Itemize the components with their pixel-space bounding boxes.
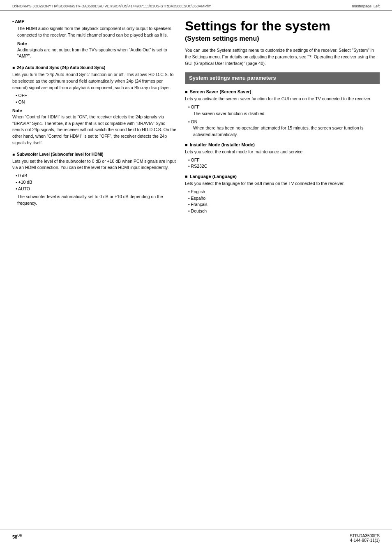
page: D:\NORM'S JOB\SONY HA\SO0046\STR-DA3500E… <box>0 0 392 555</box>
section1-heading: 24p Auto Sound Sync (24p Auto Sound Sync… <box>12 65 177 70</box>
language-heading: Language (Language) <box>185 174 380 179</box>
list-item: ON <box>188 119 380 125</box>
page-title: Settings for the system <box>185 19 380 33</box>
note1-heading: Note <box>17 41 177 46</box>
section-box: System settings menu parameters <box>185 72 380 84</box>
section2-text: Lets you set the level of the subwoofer … <box>12 158 177 171</box>
amp-text: The HDMI audio signals from the playback… <box>17 25 177 39</box>
on-note: When there has been no operation attempt… <box>193 125 380 138</box>
amp-section: The HDMI audio signals from the playback… <box>17 25 177 60</box>
installer-mode-heading: Installer Mode (Installer Mode) <box>185 142 380 147</box>
amp-bullet: • AMP <box>12 19 177 24</box>
content-area: • AMP The HDMI audio signals from the pl… <box>0 11 392 223</box>
header-bar: D:\NORM'S JOB\SONY HA\SO0046\STR-DA3500E… <box>0 0 392 11</box>
list-item: OFF <box>16 92 177 99</box>
section1-bullets: OFF ON <box>12 92 177 106</box>
file-path: D:\NORM'S JOB\SONY HA\SO0046\STR-DA3500E… <box>12 4 212 8</box>
list-item: ON <box>16 99 177 106</box>
section2-bullets: 0 dB +10 dB AUTO <box>12 173 177 192</box>
intro-text: You can use the System settings menu to … <box>185 47 380 67</box>
screen-saver-text: Lets you activate the screen saver funct… <box>185 96 380 102</box>
language-bullets: English Español Français Deutsch <box>185 189 380 215</box>
left-column: • AMP The HDMI audio signals from the pl… <box>12 19 177 215</box>
list-item: English <box>188 189 380 195</box>
screen-saver-bullets: OFF The screen saver function is disable… <box>185 104 380 138</box>
section1-text: Lets you turn the "24p Auto Sound Sync" … <box>12 72 177 91</box>
list-item: RS232C <box>188 163 380 170</box>
note2-text: When "Control for HDMI" is set to "ON", … <box>12 114 177 146</box>
screen-saver-heading: Screen Saver (Screen Saver) <box>185 89 380 94</box>
list-item: AUTO <box>16 186 177 192</box>
installer-mode-text: Lets you select the control mode for mai… <box>185 149 380 155</box>
section2-auto-note: The subwoofer level is automatically set… <box>17 194 177 207</box>
list-item: 0 dB <box>16 173 177 179</box>
list-item: Español <box>188 195 380 202</box>
note2-heading: Note <box>12 108 177 113</box>
off-note: The screen saver function is disabled. <box>193 111 380 117</box>
masterpage-label: masterpage: Left <box>352 4 380 8</box>
list-item: Deutsch <box>188 208 380 215</box>
list-item: OFF <box>188 157 380 164</box>
section2-heading: Subwoofer Level (Subwoofer level for HDM… <box>12 152 177 157</box>
note1-text: Audio signals are not output from the TV… <box>17 47 177 60</box>
right-column: Settings for the system (System settings… <box>185 19 380 215</box>
language-text: Lets you select the language for the GUI… <box>185 180 380 187</box>
list-item: Français <box>188 201 380 208</box>
list-item: OFF <box>188 104 380 111</box>
model-number: STR-DA3500ES 4-144-907-11(1) <box>350 534 380 543</box>
installer-mode-bullets: OFF RS232C <box>185 157 380 170</box>
footer: 58US STR-DA3500ES 4-144-907-11(1) <box>0 529 392 547</box>
page-subtitle: (System settings menu) <box>185 35 380 42</box>
page-number: 58US <box>12 534 22 543</box>
list-item: +10 dB <box>16 179 177 186</box>
